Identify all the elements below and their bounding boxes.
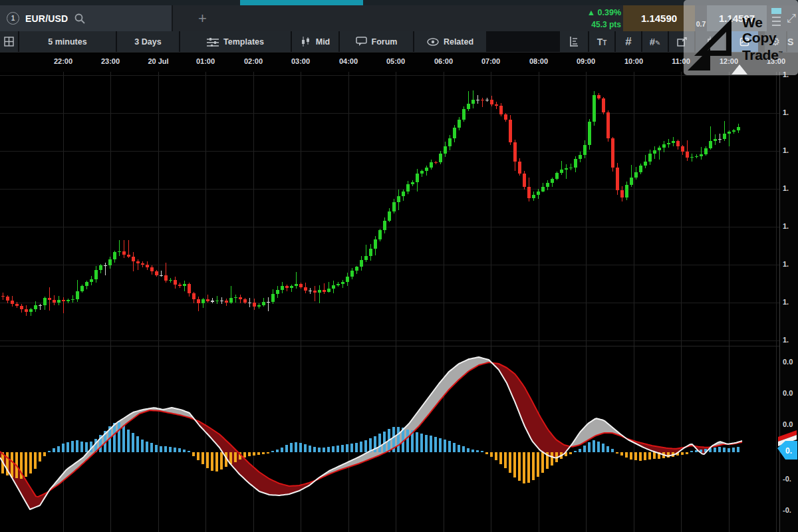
time-tick-label: 04:00 — [339, 57, 358, 65]
eye-icon — [427, 38, 439, 46]
chart-header: 1 EUR/USD + ▲ 0.39% 45.3 pts 1.14590 0.7… — [0, 5, 798, 31]
axis-value-label: 0.0 — [783, 358, 793, 366]
indicators-button[interactable] — [730, 31, 758, 52]
depth-bar-icon — [771, 8, 781, 14]
text-tool-button[interactable]: TT — [589, 31, 614, 52]
grid-toggle-button[interactable]: # — [616, 31, 641, 52]
time-axis[interactable]: 22:0023:0020 Jul01:0002:0003:0004:0005:0… — [0, 52, 798, 72]
symbol-tab[interactable]: 1 EUR/USD — [0, 5, 173, 31]
chart-toolbar: 5 minutes 3 Days Templates Mid — [0, 31, 798, 52]
export-icon — [677, 37, 687, 47]
new-chart-tab[interactable]: + — [174, 5, 569, 31]
sliders-icon — [207, 37, 219, 47]
candlestick-chart[interactable] — [0, 72, 779, 346]
gear-icon: ⚙ — [771, 35, 780, 48]
scale-icon — [569, 37, 579, 47]
top-strip-accent — [240, 0, 363, 5]
settings-button[interactable]: ⚙ — [765, 31, 786, 52]
trading-platform: 1 EUR/USD + ▲ 0.39% 45.3 pts 1.14590 0.7… — [0, 0, 798, 532]
time-tick-label: 09:00 — [577, 57, 595, 65]
price-scale-button[interactable] — [560, 31, 588, 52]
axis-value-label: -0. — [783, 475, 791, 483]
axis-value-label: 1. — [783, 336, 789, 344]
time-tick-label: 08:00 — [529, 57, 548, 65]
layout-grid-button[interactable] — [0, 31, 18, 52]
axis-value-label: -0. — [783, 506, 791, 514]
chart-type-button[interactable] — [696, 31, 725, 52]
templates-button[interactable]: Templates — [180, 31, 291, 52]
forum-button[interactable]: Forum — [340, 31, 413, 52]
timeframe-label: 5 minutes — [48, 37, 86, 47]
range-label: 3 Days — [134, 37, 161, 47]
time-tick-label: 13:00 — [767, 57, 785, 65]
time-tick-label: 05:00 — [386, 57, 405, 65]
mid-label: Mid — [316, 37, 331, 47]
sell-price-button[interactable]: 1.14590 — [623, 5, 695, 31]
axis-value-label: 0.0 — [783, 389, 793, 397]
snapshot-button[interactable] — [669, 31, 694, 52]
related-label: Related — [444, 37, 473, 47]
time-tick-label: 02:00 — [244, 57, 263, 65]
speech-bubble-icon — [356, 37, 367, 47]
depth-line-icon — [772, 21, 781, 22]
change-percent: 0.39% — [598, 8, 621, 17]
search-icon[interactable] — [74, 13, 86, 25]
grid-icon: # — [625, 35, 631, 49]
expand-icon[interactable]: ⤢ — [785, 11, 798, 26]
axis-value-label: 1. — [783, 260, 789, 268]
axis-value-label: 1. — [783, 184, 789, 192]
price-axis[interactable]: 1.1.1.1.1.1.1.1.0.00.00.0-0.-0. — [779, 72, 798, 532]
plus-icon: + — [198, 11, 207, 26]
axis-value-label: 1. — [783, 222, 789, 230]
candlestick-icon — [301, 37, 311, 47]
buy-price-button[interactable]: 1.14597 — [707, 5, 767, 31]
time-tick-label: 01:00 — [196, 57, 215, 65]
market-depth-widget[interactable] — [769, 7, 783, 30]
draw-tool-button[interactable]: #✎ — [642, 31, 668, 52]
grid-layout-icon — [4, 37, 14, 47]
axis-value-label: 0.0 — [783, 420, 793, 428]
time-tick-label: 23:00 — [101, 57, 120, 65]
time-tick-label: 03:00 — [291, 57, 310, 65]
candle-type-icon — [706, 37, 715, 47]
change-points: 45.3 pts — [567, 19, 621, 31]
forum-label: Forum — [372, 37, 398, 47]
time-tick-label: 07:00 — [481, 57, 500, 65]
window-top-strip — [0, 0, 798, 5]
depth-line-icon — [772, 17, 781, 18]
timeframe-button[interactable]: 5 minutes — [19, 31, 116, 52]
related-button[interactable]: Related — [414, 31, 486, 52]
macd-indicator-chart[interactable] — [0, 346, 779, 532]
indicator-icon — [739, 37, 749, 47]
time-tick-label: 10:00 — [624, 57, 643, 65]
current-candle-marker-icon — [732, 65, 747, 74]
axis-value-label: 1. — [783, 298, 789, 306]
axis-value-label: 1. — [783, 146, 789, 154]
up-arrow-icon: ▲ — [587, 8, 595, 17]
range-button[interactable]: 3 Days — [117, 31, 179, 52]
time-tick-label: 22:00 — [54, 57, 72, 65]
sell-price: 1.14590 — [641, 13, 677, 24]
change-block: ▲ 0.39% 45.3 pts — [567, 7, 621, 31]
symbol-label: EUR/USD — [25, 13, 68, 24]
time-tick-label: 11:00 — [672, 57, 690, 65]
time-tick-label: 06:00 — [434, 57, 453, 65]
grid-pencil-icon: #✎ — [650, 36, 661, 47]
spread-value: 0.7 — [695, 20, 707, 29]
text-size-icon: TT — [597, 37, 607, 47]
sell-letter: S — [787, 37, 793, 47]
chart-number-badge: 1 — [7, 12, 19, 25]
templates-label: Templates — [223, 37, 264, 47]
axis-value-label: 1. — [783, 72, 789, 78]
mid-price-button[interactable]: Mid — [292, 31, 338, 52]
buy-price: 1.14597 — [719, 13, 755, 24]
axis-value-label: 1. — [783, 108, 789, 116]
sell-panel-button[interactable]: S — [787, 31, 798, 52]
time-tick-label: 20 Jul — [148, 57, 168, 65]
depth-line-icon — [772, 25, 781, 26]
